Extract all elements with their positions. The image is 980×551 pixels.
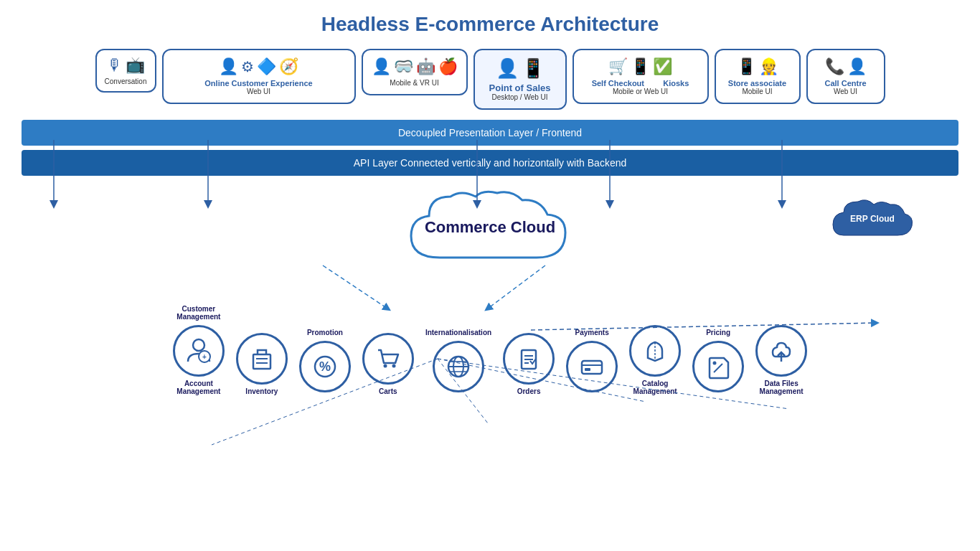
cylinder-icon: 🎙 [107,56,123,75]
callcentre-sublabel: Web UI [816,88,875,95]
svg-text:Commerce Cloud: Commerce Cloud [425,218,555,236]
svg-text:ERP Cloud: ERP Cloud [850,214,895,224]
datafiles-circle [755,325,807,377]
edge-icon: 🔷 [257,57,276,76]
international-top-label: Internationalisation [425,329,491,336]
touchpoint-mobile: 👤 🥽 🤖 🍎 Mobile & VR UI [362,49,468,95]
svg-rect-22 [585,368,590,371]
erp-cloud-container: ERP Cloud [829,196,915,249]
phone2-icon: 📱 [631,57,650,76]
svg-text:+: + [202,353,207,361]
account-label: AccountManagement [176,380,220,395]
store-label: Store associate [725,79,791,88]
pos-person-icon: 👤 [496,57,519,80]
inventory-circle [236,333,288,385]
selfcheckout-label: Self Checkout [592,79,644,88]
page-title: Headless E-commerce Architecture [0,0,980,43]
phone-icon: 📞 [825,57,844,76]
customer-mgmt-label: CustomerManagement [176,305,220,321]
svg-point-24 [713,362,717,365]
service-orders: Orders [503,329,555,395]
svg-rect-21 [582,361,602,374]
service-account: CustomerManagement + AccountManagement [173,305,225,395]
service-promotion: Promotion % [299,329,351,395]
layers-section: Decoupled Presentation Layer / Frontend … [22,120,958,176]
orders-label: Orders [517,387,541,395]
touchpoint-pos: 👤 📱 Point of Sales Desktop / Web UI [473,49,567,110]
svg-line-25 [714,364,722,372]
payments-top-label: Payments [575,329,608,336]
touchpoint-store: 📱 👷 Store associate Mobile UI [715,49,801,104]
tablet-icon: 📱 [737,57,756,76]
pos-sublabel: Desktop / Web UI [484,93,557,101]
touchpoint-conversation: 🎙 📺 Conversation [95,49,156,93]
api-layer: API Layer Connected vertically and horiz… [22,150,958,176]
service-datafiles: Data FilesManagement [755,321,807,395]
svg-point-11 [392,364,395,368]
svg-text:%: % [319,359,331,374]
service-payments: Payments [566,329,618,395]
compass-icon: 🧭 [279,57,298,76]
cloud-svg: Commerce Cloud [397,186,583,279]
svg-point-2 [193,339,204,351]
person-icon: 👤 [219,57,238,76]
services-section: CustomerManagement + AccountManagement [22,305,958,395]
svg-rect-5 [253,354,270,369]
promotion-top-label: Promotion [307,329,343,336]
orders-circle [503,333,555,385]
pos-phone-icon: 📱 [522,57,545,80]
vr2-icon: 🥽 [394,57,413,76]
cart-icon: 🛒 [608,57,628,76]
touchpoints-section: 🎙 📺 Conversation 👤 ⚙ 🔷 🧭 Online Customer… [0,49,980,110]
service-catalog: CatalogManagement [629,321,681,395]
presentation-layer: Decoupled Presentation Layer / Frontend [22,120,958,146]
service-international: Internationalisation [425,329,491,395]
touchpoint-online: 👤 ⚙ 🔷 🧭 Online Customer Experience Web U… [162,49,356,104]
kiosks-label: Kiosks [663,79,689,88]
international-circle [433,341,484,392]
touchpoint-selfcheckout: 🛒 📱 ✅ Self Checkout Kiosks Mobile or Web… [573,49,709,104]
online-label: Online Customer Experience [172,79,346,88]
chrome-icon: ⚙ [241,58,254,75]
inventory-label: Inventory [245,387,278,395]
store-sublabel: Mobile UI [725,88,791,95]
selfcheckout-sublabel: Mobile or Web UI [583,88,699,95]
mobile-label: Mobile & VR UI [372,79,458,87]
bottom-section: Commerce Cloud ERP Cloud CustomerManagem… [22,180,958,402]
catalog-label: CatalogManagement [633,380,677,395]
android-icon: 🤖 [416,57,435,76]
datafiles-label: Data FilesManagement [760,380,804,395]
service-pricing: Pricing [692,329,744,395]
pricing-top-label: Pricing [706,329,730,336]
pos-label: Point of Sales [484,83,557,93]
online-sublabel: Web UI [172,88,346,95]
conversation-label: Conversation [103,77,149,85]
cylinder2-icon: 📺 [126,56,145,75]
erp-cloud-svg: ERP Cloud [829,196,915,246]
carts-circle [362,333,414,385]
touchpoint-callcentre: 📞 👤 Call Centre Web UI [806,49,885,104]
payments-circle [566,341,618,392]
promotion-circle: % [299,341,351,392]
service-carts: Carts [362,329,414,395]
agent-icon: 👤 [847,57,867,76]
callcentre-label: Call Centre [816,79,875,88]
vr-icon: 👤 [372,57,391,76]
commerce-cloud: Commerce Cloud [397,186,583,282]
svg-point-10 [383,364,387,368]
carts-label: Carts [379,387,397,395]
check-icon: ✅ [653,57,672,76]
service-inventory: Inventory [236,329,288,395]
pricing-circle [692,341,744,392]
catalog-circle [629,325,681,377]
account-circle: + [173,325,225,377]
associate-icon: 👷 [759,57,778,76]
apple-icon: 🍎 [438,57,458,76]
